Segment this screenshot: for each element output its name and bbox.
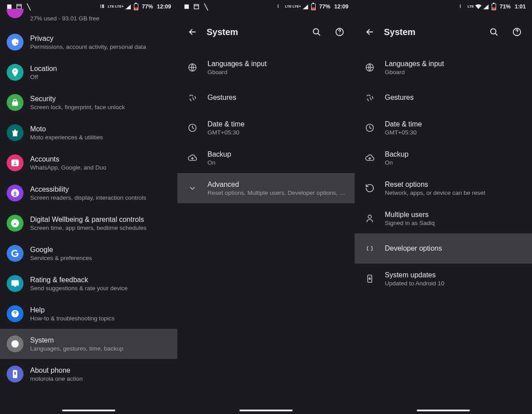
svg-rect-21 [14,371,16,375]
svg-point-34 [516,34,517,34]
settings-accounts[interactable]: Accounts WhatsApp, Google, and Duo [0,148,177,178]
row-sub: Screen lock, fingerprint, face unlock [30,104,171,110]
row-sub: 27% used - 93.01 GB free [30,15,171,22]
system-backup[interactable]: Backup On [355,143,532,173]
help-button[interactable] [329,21,350,43]
slash-icon: ╲ [203,4,209,9]
volte-icon [278,4,284,9]
battery-icon [134,4,138,10]
row-icon [0,275,30,292]
row-sub: WhatsApp, Google, and Duo [30,164,171,171]
nav-pill[interactable] [239,410,293,411]
row-title: Moto [30,125,171,133]
back-button[interactable] [182,21,203,43]
row-title: About phone [30,367,171,375]
system-date-time[interactable]: Date & time GMT+05:30 [355,113,532,143]
system-date-time[interactable]: Date & time GMT+05:30 [177,113,355,143]
gestures-icon [364,92,375,103]
settings-moto[interactable]: Moto Moto experiences & utilities [0,118,177,148]
system-advanced[interactable]: Advanced Reset options, Multiple users, … [177,173,355,203]
settings-digital-wellbeing-parental-controls[interactable]: Digital Wellbeing & parental controls Sc… [0,208,177,238]
settings-list: 27% used - 93.01 GB free Privacy Permiss… [0,9,177,414]
system-multiple-users[interactable]: Multiple users Signed in as Sadiq [355,203,532,233]
row-sub: Gboard [207,69,348,75]
signal-icon [302,4,309,9]
search-button[interactable] [306,21,327,43]
settings-security[interactable]: Security Screen lock, fingerprint, face … [0,87,177,118]
svg-point-4 [14,70,16,72]
backup-icon [187,153,198,163]
reset-options-icon [364,183,375,193]
row-title: Languages & input [207,60,348,68]
multiple-users-icon [364,213,375,224]
svg-point-7 [14,161,16,163]
signal-icon [483,4,489,9]
settings-rating-feedback[interactable]: Rating & feedback Send suggestions & rat… [0,268,177,299]
row-sub: Network, apps, or device can be reset [385,189,526,196]
settings-help[interactable]: Help How-to & troubleshooting topics [0,299,177,329]
system-reset-options[interactable]: Reset options Network, apps, or device c… [355,173,532,203]
system-developer-options[interactable]: Developer options [355,233,532,264]
row-title: Help [30,306,171,314]
settings-storage[interactable]: 27% used - 93.01 GB free [0,9,177,27]
battery-pct: 71% [500,4,511,10]
row-title: Location [30,65,171,73]
row-sub: Moto experiences & utilities [30,134,171,141]
system-backup[interactable]: Backup On [177,143,355,173]
settings-google[interactable]: Google Services & preferences [0,238,177,268]
page-title: System [384,27,481,37]
row-icon [177,153,207,163]
row-sub: Screen time, app timers, bedtime schedul… [30,225,171,231]
wifi-icon [475,4,481,9]
row-sub: Screen readers, display, interaction con… [30,194,171,201]
settings-system[interactable]: System Languages, gestures, time, backup [0,329,177,359]
svg-rect-13 [15,284,16,285]
row-icon [355,153,385,163]
settings-location[interactable]: Location Off [0,57,177,87]
nav-pill[interactable] [417,410,470,411]
system-gestures[interactable]: Gestures [355,83,532,113]
developer-options-icon [364,243,375,254]
app-header: System [355,13,532,52]
clock: 12:09 [334,4,348,10]
row-title: Gestures [385,94,526,102]
nav-pill[interactable] [62,410,115,411]
gestures-icon [187,92,198,103]
svg-point-17 [15,342,16,343]
row-title: Backup [207,150,348,158]
row-title: System [30,336,171,344]
row-icon [0,185,30,201]
help-button[interactable] [506,21,528,43]
svg-rect-1 [17,4,21,9]
system-gestures[interactable]: Gestures [177,83,355,113]
row-sub: On [207,159,348,166]
row-icon [0,245,30,262]
row-title: Multiple users [385,211,526,219]
svg-point-37 [368,215,371,218]
row-sub: Gboard [385,69,526,75]
row-title: Date & time [385,120,526,128]
screen-system-expanded: LTE 71% 1:01 System Languages & input Gb… [355,0,532,414]
settings-about-phone[interactable]: About phone motorola one action [0,359,177,389]
system-system-updates[interactable]: System updates Updated to Android 10 [355,264,532,294]
row-title: Backup [385,150,526,158]
date-time-icon [364,122,375,133]
row-title: Reset options [385,181,526,189]
system-updates-icon [364,273,375,284]
row-title: Developer options [385,244,526,252]
system-list: Languages & input Gboard Gestures Date &… [177,52,355,203]
status-bar: LTE 71% 1:01 [355,0,532,13]
search-button[interactable] [483,21,505,43]
back-button[interactable] [359,21,380,43]
battery-pct: 77% [319,4,330,10]
system-languages-input[interactable]: Languages & input Gboard [177,52,355,83]
system-languages-input[interactable]: Languages & input Gboard [355,52,532,83]
svg-rect-18 [15,343,16,346]
settings-accessibility[interactable]: Accessibility Screen readers, display, i… [0,178,177,208]
settings-privacy[interactable]: Privacy Permissions, account activity, p… [0,27,177,57]
row-title: Advanced [207,181,348,189]
row-sub: Send suggestions & rate your device [30,285,171,292]
screen-system-collapsed: ╲ LTE LTE+ 77% 12:09 System Languages & … [177,0,355,414]
row-icon [0,64,30,81]
row-icon [355,183,385,193]
